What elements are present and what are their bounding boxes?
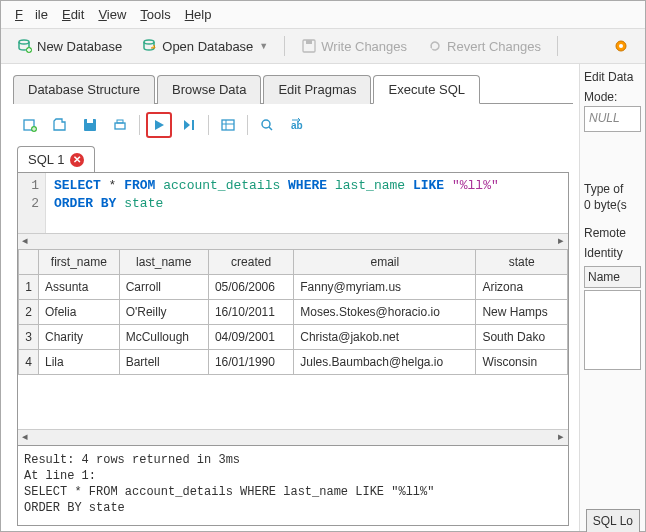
execute-line-button[interactable] [176,112,202,138]
bytes-label: 0 byte(s [584,198,641,212]
table-cell[interactable]: Arizona [476,275,568,300]
remote-label: Remote [584,226,641,240]
open-sql-button[interactable] [47,112,73,138]
main-toolbar: New Database Open Database ▼ Write Chang… [1,29,645,64]
save-icon [301,38,317,54]
table-cell[interactable]: Christa@jakob.net [294,325,476,350]
menubar: File Edit View Tools Help [1,1,645,29]
table-cell[interactable]: Jules.Baumbach@helga.io [294,350,476,375]
name-header: Name [584,266,641,288]
typeof-label: Type of [584,182,641,196]
svg-rect-11 [115,123,125,129]
save-sql-button[interactable] [77,112,103,138]
svg-rect-13 [192,120,194,130]
execute-button[interactable] [146,112,172,138]
menu-tools[interactable]: Tools [134,5,176,24]
table-row[interactable]: 2OfeliaO'Reilly16/10/2011Moses.Stokes@ho… [19,300,568,325]
menu-file[interactable]: File [9,5,54,24]
column-header[interactable]: first_name [39,250,120,275]
menu-view[interactable]: View [92,5,132,24]
close-tab-icon[interactable]: ✕ [70,153,84,167]
table-cell[interactable]: Charity [39,325,120,350]
sql-editor[interactable]: 12 SELECT * FROM account_details WHERE l… [18,173,568,233]
revert-changes-button: Revert Changes [421,35,547,57]
project-button[interactable] [607,35,635,57]
svg-rect-10 [87,119,93,123]
svg-point-0 [19,40,29,44]
table-cell[interactable]: Wisconsin [476,350,568,375]
result-log[interactable]: Result: 4 rows returned in 3ms At line 1… [18,445,568,525]
svg-point-15 [262,120,270,128]
find-button[interactable] [254,112,280,138]
column-header[interactable] [19,250,39,275]
database-plus-icon [17,38,33,54]
table-cell[interactable]: McCullough [119,325,208,350]
svg-point-2 [144,40,154,44]
tab-execute-sql[interactable]: Execute SQL [373,75,480,104]
table-cell[interactable]: 04/09/2001 [208,325,293,350]
save-results-button[interactable] [215,112,241,138]
svg-point-6 [619,44,623,48]
side-panel: Edit Data Mode: NULL Type of 0 byte(s Re… [579,64,645,532]
mode-label: Mode: [584,90,641,104]
table-cell[interactable]: Fanny@myriam.us [294,275,476,300]
tab-database-structure[interactable]: Database Structure [13,75,155,104]
table-cell[interactable]: 05/06/2006 [208,275,293,300]
table-cell[interactable]: 16/10/2011 [208,300,293,325]
sql-code[interactable]: SELECT * FROM account_details WHERE last… [46,173,507,233]
column-header[interactable]: created [208,250,293,275]
sql-tab-label: SQL 1 [28,152,64,167]
main-tabs: Database Structure Browse Data Edit Prag… [13,74,573,104]
table-row[interactable]: 3CharityMcCullough04/09/2001Christa@jako… [19,325,568,350]
svg-rect-14 [222,120,234,130]
table-cell[interactable]: Moses.Stokes@horacio.io [294,300,476,325]
menu-edit[interactable]: Edit [56,5,90,24]
mode-value[interactable]: NULL [584,106,641,132]
table-cell[interactable]: 16/01/1990 [208,350,293,375]
gear-icon [613,38,629,54]
result-grid[interactable]: first_namelast_namecreatedemailstate 1As… [18,249,568,429]
table-cell[interactable]: Lila [39,350,120,375]
svg-rect-4 [306,40,312,44]
column-header[interactable]: last_name [119,250,208,275]
table-cell[interactable]: Carroll [119,275,208,300]
svg-text:ab: ab [291,120,303,131]
print-button[interactable] [107,112,133,138]
tab-edit-pragmas[interactable]: Edit Pragmas [263,75,371,104]
menu-help[interactable]: Help [179,5,218,24]
table-cell[interactable]: Bartell [119,350,208,375]
table-cell[interactable]: 1 [19,275,39,300]
database-open-icon [142,38,158,54]
new-database-label: New Database [37,39,122,54]
line-gutter: 12 [18,173,46,233]
table-cell[interactable]: New Hamps [476,300,568,325]
table-cell[interactable]: Assunta [39,275,120,300]
new-tab-button[interactable] [17,112,43,138]
name-list[interactable] [584,290,641,370]
open-database-label: Open Database [162,39,253,54]
table-cell[interactable]: Ofelia [39,300,120,325]
editor-scrollbar[interactable] [18,233,568,249]
write-changes-label: Write Changes [321,39,407,54]
sql-toolbar: ab [13,104,573,146]
sql-log-tab[interactable]: SQL Lo [586,509,640,532]
table-row[interactable]: 1AssuntaCarroll05/06/2006Fanny@myriam.us… [19,275,568,300]
table-cell[interactable]: 4 [19,350,39,375]
table-cell[interactable]: South Dako [476,325,568,350]
write-changes-button: Write Changes [295,35,413,57]
tab-browse-data[interactable]: Browse Data [157,75,261,104]
table-row[interactable]: 4LilaBartell16/01/1990Jules.Baumbach@hel… [19,350,568,375]
sql-file-tab[interactable]: SQL 1 ✕ [17,146,95,172]
open-database-button[interactable]: Open Database ▼ [136,35,274,57]
table-cell[interactable]: O'Reilly [119,300,208,325]
new-database-button[interactable]: New Database [11,35,128,57]
svg-rect-12 [117,120,123,123]
dropdown-icon[interactable]: ▼ [259,41,268,51]
table-cell[interactable]: 3 [19,325,39,350]
column-header[interactable]: state [476,250,568,275]
table-cell[interactable]: 2 [19,300,39,325]
grid-scrollbar[interactable] [18,429,568,445]
edit-data-title: Edit Data [584,70,641,84]
column-header[interactable]: email [294,250,476,275]
find-replace-button[interactable]: ab [284,112,310,138]
